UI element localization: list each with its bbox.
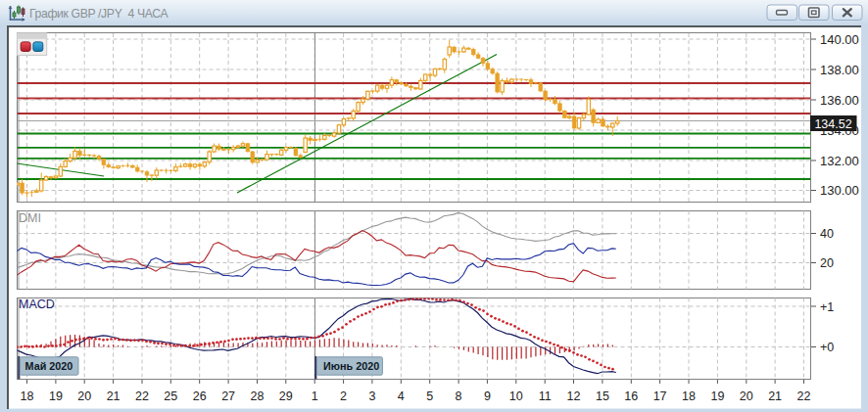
- svg-text:MACD: MACD: [19, 298, 55, 311]
- svg-text:2: 2: [340, 389, 347, 403]
- svg-text:16: 16: [624, 389, 638, 403]
- svg-text:22: 22: [135, 389, 149, 403]
- svg-text:40: 40: [820, 227, 834, 241]
- svg-text:Май 2020: Май 2020: [25, 360, 73, 372]
- svg-text:140.00: 140.00: [820, 32, 859, 47]
- svg-text:21: 21: [107, 389, 121, 403]
- svg-text:DMI: DMI: [19, 211, 41, 225]
- svg-text:20: 20: [77, 389, 91, 403]
- svg-text:Июнь 2020: Июнь 2020: [323, 360, 379, 372]
- svg-text:26: 26: [193, 389, 207, 403]
- svg-text:25: 25: [164, 389, 177, 403]
- svg-text:19: 19: [49, 389, 63, 403]
- svg-text:138.00: 138.00: [820, 63, 859, 77]
- svg-text:9: 9: [484, 389, 491, 403]
- svg-text:4: 4: [398, 389, 405, 403]
- svg-text:5: 5: [426, 389, 433, 403]
- svg-text:136.00: 136.00: [820, 93, 859, 108]
- svg-text:27: 27: [221, 389, 235, 403]
- svg-text:18: 18: [21, 389, 34, 403]
- svg-text:132.00: 132.00: [820, 154, 859, 168]
- svg-text:28: 28: [251, 389, 265, 403]
- svg-text:19: 19: [710, 389, 724, 403]
- svg-text:15: 15: [596, 389, 609, 403]
- svg-text:+1: +1: [820, 300, 834, 314]
- svg-text:21: 21: [768, 389, 782, 403]
- svg-text:130.00: 130.00: [820, 183, 859, 198]
- svg-text:11: 11: [539, 389, 552, 403]
- svg-text:12: 12: [567, 389, 581, 403]
- svg-text:29: 29: [279, 389, 293, 403]
- svg-text:10: 10: [509, 389, 523, 403]
- svg-text:20: 20: [740, 389, 753, 403]
- svg-text:График GBP /JPY 4 ЧАСА: График GBP /JPY 4 ЧАСА: [29, 7, 169, 21]
- svg-text:20: 20: [820, 256, 834, 270]
- svg-text:17: 17: [653, 389, 667, 403]
- svg-text:22: 22: [797, 389, 811, 403]
- svg-text:134.52: 134.52: [814, 117, 851, 131]
- svg-text:3: 3: [368, 389, 375, 403]
- svg-text:8: 8: [456, 389, 462, 403]
- svg-text:+0: +0: [820, 341, 834, 354]
- svg-text:1: 1: [312, 389, 318, 403]
- svg-text:18: 18: [682, 389, 696, 403]
